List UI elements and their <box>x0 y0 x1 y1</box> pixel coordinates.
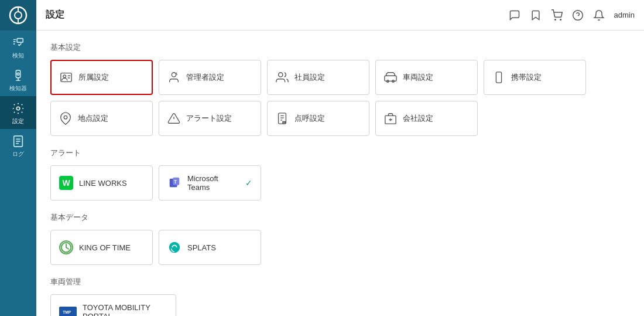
svg-rect-22 <box>385 76 396 81</box>
card-vehicle-label: 車両設定 <box>403 72 433 83</box>
card-splats-1[interactable]: SPLATS <box>159 230 261 265</box>
card-ms-teams-label: Microsoft Teams <box>187 174 239 192</box>
card-location-label: 地点設定 <box>78 113 108 124</box>
card-toyota-portal[interactable]: TMP TOYOTA MOBILITY PORTAL <box>50 294 176 316</box>
vehicle-icon <box>384 71 397 84</box>
card-vehicle[interactable]: 車両設定 <box>375 60 478 95</box>
inspection-icon <box>276 112 289 125</box>
svg-point-7 <box>16 107 20 110</box>
svg-point-21 <box>279 73 283 77</box>
admin-icon <box>167 71 180 84</box>
card-employee[interactable]: 社員設定 <box>267 60 369 95</box>
svg-rect-25 <box>496 72 501 83</box>
sidebar-item-log-label: ログ <box>12 150 24 158</box>
svg-rect-30 <box>279 113 286 124</box>
svg-point-17 <box>63 75 66 78</box>
header: 設定 <box>36 0 644 30</box>
svg-rect-16 <box>61 73 71 82</box>
card-line-works-label: LINE WORKS <box>79 179 127 188</box>
svg-point-14 <box>573 10 583 20</box>
user-label: admin <box>614 11 635 19</box>
sidebar-item-settings[interactable]: 設定 <box>0 96 36 129</box>
svg-point-13 <box>560 19 561 20</box>
location-icon <box>59 112 72 125</box>
bookmark-icon[interactable] <box>530 9 542 21</box>
svg-text:TMP: TMP <box>63 310 71 314</box>
card-affiliation-label: 所属設定 <box>78 72 109 83</box>
main-content: 設定 <box>36 0 644 316</box>
sidebar-logo <box>0 0 36 30</box>
svg-rect-4 <box>17 39 23 42</box>
header-actions: admin <box>509 9 635 21</box>
affiliation-icon <box>60 71 73 84</box>
cart-icon[interactable] <box>551 9 563 21</box>
section-basic-settings-title: 基本設定 <box>50 42 630 53</box>
card-company-label: 会社設定 <box>403 113 433 124</box>
basic-settings-grid: 所属設定 管理者設定 <box>50 60 630 136</box>
king-of-time-icon <box>59 240 73 254</box>
sidebar-item-detector[interactable]: 検知器 <box>0 63 36 96</box>
section-basic-data-title: 基本データ <box>50 212 630 223</box>
card-ms-teams[interactable]: T Microsoft Teams ✓ <box>159 165 261 201</box>
svg-point-27 <box>64 115 67 119</box>
card-alert-label: アラート設定 <box>186 113 232 124</box>
sidebar-item-detection-label: 検知 <box>12 52 24 60</box>
alert-grid: W LINE WORKS T Microsoft Teams ✓ <box>50 165 630 201</box>
svg-line-42 <box>66 247 68 249</box>
ms-teams-check: ✓ <box>245 178 252 188</box>
splats-1-icon <box>167 240 181 254</box>
vehicle-management-grid: TMP TOYOTA MOBILITY PORTAL <box>50 294 630 316</box>
card-admin[interactable]: 管理者設定 <box>159 60 261 95</box>
basic-data-grid: KING OF TIME SPLATS <box>50 230 630 265</box>
card-location[interactable]: 地点設定 <box>50 101 153 136</box>
card-king-of-time-label: KING OF TIME <box>79 243 131 252</box>
card-splats-1-label: SPLATS <box>187 243 216 252</box>
line-works-icon: W <box>59 176 73 190</box>
sidebar-item-detector-label: 検知器 <box>9 84 27 93</box>
company-icon <box>384 112 397 125</box>
card-inspection[interactable]: 点呼設定 <box>267 101 369 136</box>
svg-point-20 <box>172 73 176 77</box>
page-title: 設定 <box>46 9 64 21</box>
ms-teams-icon: T <box>167 176 181 190</box>
toyota-portal-icon: TMP <box>59 307 77 316</box>
svg-point-1 <box>15 12 22 19</box>
card-toyota-portal-label: TOYOTA MOBILITY PORTAL <box>83 303 167 316</box>
card-company[interactable]: 会社設定 <box>375 101 478 136</box>
message-icon[interactable] <box>509 9 520 21</box>
sidebar: 検知 検知器 設定 ログ <box>0 0 36 316</box>
sidebar-item-settings-label: 設定 <box>12 117 24 125</box>
card-inspection-label: 点呼設定 <box>294 113 325 124</box>
card-mobile-label: 携帯設定 <box>511 72 542 83</box>
employee-icon <box>276 71 289 84</box>
svg-point-12 <box>554 19 556 20</box>
section-vehicle-management-title: 車両管理 <box>50 277 630 287</box>
card-admin-label: 管理者設定 <box>186 72 224 83</box>
svg-text:T: T <box>174 179 177 185</box>
content-area: 基本設定 所属設定 <box>36 30 644 316</box>
help-icon[interactable] <box>572 9 584 21</box>
card-alert-setting[interactable]: アラート設定 <box>159 101 261 136</box>
card-employee-label: 社員設定 <box>294 72 325 83</box>
sidebar-item-detection[interactable]: 検知 <box>0 30 36 63</box>
card-affiliation[interactable]: 所属設定 <box>50 60 153 95</box>
card-king-of-time[interactable]: KING OF TIME <box>50 230 153 265</box>
sidebar-item-log[interactable]: ログ <box>0 129 36 162</box>
svg-point-6 <box>17 73 19 75</box>
card-line-works[interactable]: W LINE WORKS <box>50 165 153 201</box>
bell-icon[interactable] <box>593 9 605 21</box>
mobile-icon <box>492 71 505 84</box>
card-mobile[interactable]: 携帯設定 <box>484 60 586 95</box>
section-alert-title: アラート <box>50 148 630 158</box>
alert-icon <box>167 112 180 125</box>
